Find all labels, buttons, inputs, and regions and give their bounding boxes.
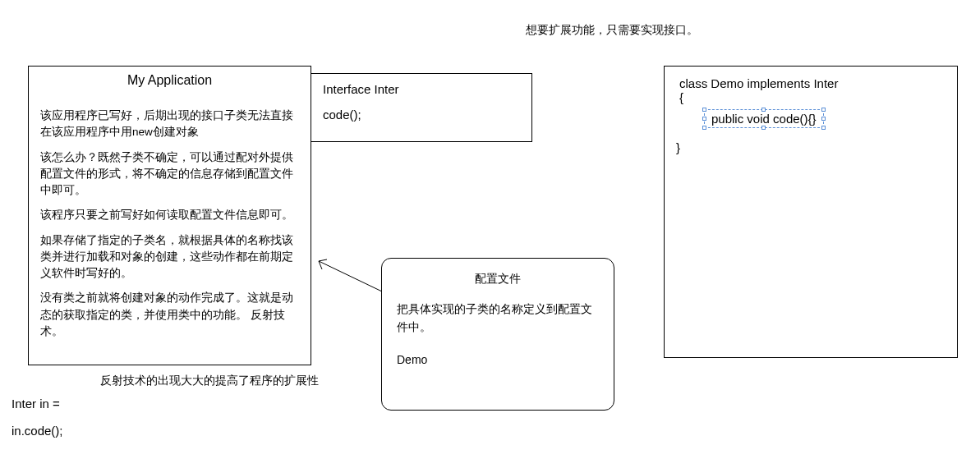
interface-method: code();: [323, 108, 520, 122]
brace-close: }: [676, 140, 680, 154]
code-line-1: Inter in =: [12, 397, 60, 411]
interface-box: Interface Inter code();: [311, 73, 532, 142]
brace-open: {: [679, 90, 942, 104]
my-application-box: My Application 该应用程序已写好，后期出现的接口子类无法直接在该应…: [28, 66, 311, 365]
config-file-box: 配置文件 把具体实现的子类的名称定义到配置文件中。 Demo: [381, 258, 614, 411]
selection-handle-icon[interactable]: [821, 108, 826, 112]
selection-handle-icon[interactable]: [761, 126, 766, 130]
selection-handle-icon[interactable]: [821, 117, 826, 121]
selection-handle-icon[interactable]: [702, 108, 706, 112]
my-app-paragraph-2: 该怎么办？既然子类不确定，可以通过配对外提供配置文件的形式，将不确定的信息存储到…: [40, 149, 299, 200]
arrow-line: [312, 255, 386, 296]
config-body: 把具体实现的子类的名称定义到配置文件中。: [397, 300, 599, 337]
config-title: 配置文件: [397, 272, 599, 287]
svg-line-0: [319, 261, 382, 291]
my-app-paragraph-3: 该程序只要之前写好如何读取配置文件信息即可。: [40, 207, 299, 223]
interface-title: Interface Inter: [323, 82, 520, 96]
top-note-text: 想要扩展功能，只需要实现接口。: [526, 23, 698, 38]
selected-code-box[interactable]: public void code(){}: [704, 109, 824, 128]
my-app-paragraph-5: 没有类之前就将创建对象的动作完成了。这就是动态的获取指定的类，并使用类中的功能。…: [40, 290, 299, 340]
my-app-paragraph-1: 该应用程序已写好，后期出现的接口子类无法直接在该应用程序中用new创建对象: [40, 108, 299, 141]
selection-handle-icon[interactable]: [821, 126, 826, 130]
code-line-2: in.code();: [12, 424, 63, 438]
selection-handle-icon[interactable]: [702, 117, 706, 121]
demo-method-code: public void code(){}: [711, 112, 817, 126]
my-app-title: My Application: [40, 73, 299, 99]
config-demo-label: Demo: [397, 353, 599, 366]
selection-handle-icon[interactable]: [702, 126, 706, 130]
reflection-note: 反射技术的出现大大的提高了程序的扩展性: [100, 374, 319, 388]
demo-class-box: class Demo implements Inter { public voi…: [664, 66, 958, 358]
demo-class-decl: class Demo implements Inter: [679, 76, 942, 90]
my-app-paragraph-4: 如果存储了指定的子类名，就根据具体的名称找该类并进行加载和对象的创建，这些动作都…: [40, 232, 299, 282]
selection-handle-icon[interactable]: [761, 108, 766, 112]
